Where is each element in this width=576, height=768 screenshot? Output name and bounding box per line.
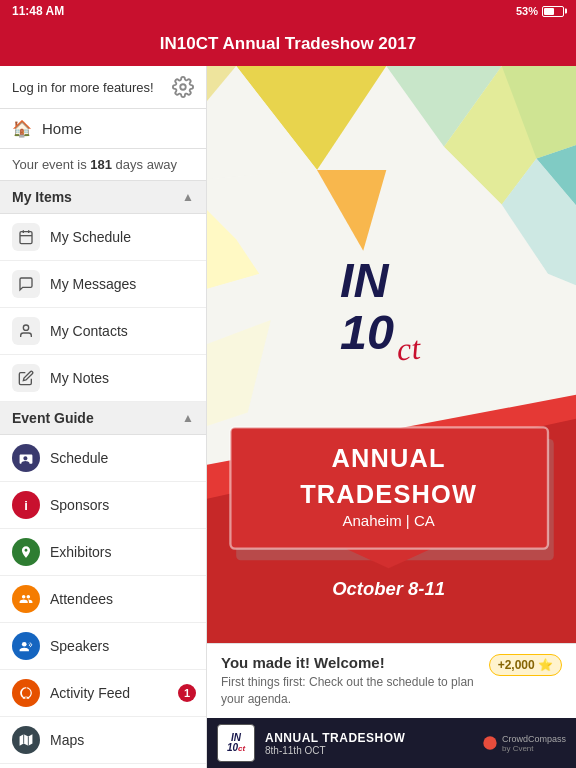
activity-feed-label: Activity Feed bbox=[50, 685, 130, 701]
sidebar-item-my-contacts[interactable]: My Contacts bbox=[0, 308, 206, 355]
status-time: 11:48 AM bbox=[12, 4, 64, 18]
hero-area: IN 10 ct ANNUAL TRADESHOW Anaheim | CA O… bbox=[207, 66, 576, 643]
login-prompt: Log in for more features! bbox=[12, 80, 154, 95]
svg-text:IN: IN bbox=[340, 253, 389, 307]
home-label: Home bbox=[42, 120, 82, 137]
in10-logo: IN 10ct bbox=[217, 724, 255, 762]
status-bar: 11:48 AM 53% bbox=[0, 0, 576, 22]
sponsors-icon: i bbox=[12, 491, 40, 519]
activity-feed-badge: 1 bbox=[178, 684, 196, 702]
sidebar-item-speakers[interactable]: Speakers bbox=[0, 623, 206, 670]
welcome-notification: You made it! Welcome! First things first… bbox=[207, 643, 576, 718]
my-items-header[interactable]: My Items ▲ bbox=[0, 181, 206, 214]
hero-background: IN 10 ct ANNUAL TRADESHOW Anaheim | CA O… bbox=[207, 66, 576, 643]
event-countdown: Your event is 181 days away bbox=[0, 149, 206, 181]
sidebar: Log in for more features! 🏠 Home Your ev… bbox=[0, 66, 207, 768]
star-icon: ⭐ bbox=[538, 658, 553, 672]
svg-point-36 bbox=[483, 736, 496, 749]
bottom-event-title: ANNUAL TRADESHOW bbox=[265, 731, 405, 745]
crowdcompass-logo: CrowdCompass by Cvent bbox=[482, 734, 566, 753]
speakers-label: Speakers bbox=[50, 638, 109, 654]
exhibitors-icon bbox=[12, 538, 40, 566]
my-notes-label: My Notes bbox=[50, 370, 109, 386]
content-area: IN 10 ct ANNUAL TRADESHOW Anaheim | CA O… bbox=[207, 66, 576, 768]
my-schedule-icon bbox=[12, 223, 40, 251]
svg-text:ct: ct bbox=[395, 329, 422, 367]
my-messages-label: My Messages bbox=[50, 276, 136, 292]
svg-text:October 8-11: October 8-11 bbox=[332, 578, 445, 599]
days-number: 181 bbox=[90, 157, 112, 172]
sidebar-item-sponsors[interactable]: i Sponsors bbox=[0, 482, 206, 529]
sidebar-item-schedule[interactable]: Schedule bbox=[0, 435, 206, 482]
my-schedule-label: My Schedule bbox=[50, 229, 131, 245]
settings-icon[interactable] bbox=[172, 76, 194, 98]
schedule-icon bbox=[12, 444, 40, 472]
app-title: IN10CT Annual Tradeshow 2017 bbox=[160, 34, 416, 54]
my-contacts-label: My Contacts bbox=[50, 323, 128, 339]
sidebar-item-exhibitors[interactable]: Exhibitors bbox=[0, 529, 206, 576]
my-items-chevron: ▲ bbox=[182, 190, 194, 204]
maps-icon bbox=[12, 726, 40, 754]
bottom-event-info: ANNUAL TRADESHOW 8th-11th OCT bbox=[265, 731, 405, 756]
login-bar[interactable]: Log in for more features! bbox=[0, 66, 206, 109]
speakers-icon bbox=[12, 632, 40, 660]
sidebar-item-social-media[interactable]: Social Media bbox=[0, 764, 206, 768]
sidebar-item-home[interactable]: 🏠 Home bbox=[0, 109, 206, 149]
my-contacts-icon bbox=[12, 317, 40, 345]
svg-text:10: 10 bbox=[340, 305, 394, 359]
svg-point-5 bbox=[23, 325, 28, 330]
event-guide-chevron: ▲ bbox=[182, 411, 194, 425]
status-right: 53% bbox=[516, 5, 564, 17]
crowdcompass-name: CrowdCompass bbox=[502, 734, 566, 744]
svg-text:TRADESHOW: TRADESHOW bbox=[300, 480, 477, 508]
svg-text:Anaheim | CA: Anaheim | CA bbox=[342, 512, 434, 529]
svg-rect-1 bbox=[20, 232, 32, 244]
my-items-title: My Items bbox=[12, 189, 72, 205]
crowdcompass-icon bbox=[482, 735, 498, 751]
welcome-title: You made it! Welcome! bbox=[221, 654, 481, 671]
sidebar-item-maps[interactable]: Maps bbox=[0, 717, 206, 764]
svg-marker-7 bbox=[20, 734, 33, 746]
my-messages-icon bbox=[12, 270, 40, 298]
battery-percentage: 53% bbox=[516, 5, 538, 17]
attendees-icon bbox=[12, 585, 40, 613]
attendees-label: Attendees bbox=[50, 591, 113, 607]
event-guide-header[interactable]: Event Guide ▲ bbox=[0, 402, 206, 435]
bottom-bar: IN 10ct ANNUAL TRADESHOW 8th-11th OCT Cr… bbox=[207, 718, 576, 768]
sponsors-label: Sponsors bbox=[50, 497, 109, 513]
sidebar-item-attendees[interactable]: Attendees bbox=[0, 576, 206, 623]
welcome-text-area: You made it! Welcome! First things first… bbox=[221, 654, 481, 708]
schedule-label: Schedule bbox=[50, 450, 108, 466]
my-notes-icon bbox=[12, 364, 40, 392]
sidebar-item-activity-feed[interactable]: Activity Feed 1 bbox=[0, 670, 206, 717]
event-guide-title: Event Guide bbox=[12, 410, 94, 426]
maps-label: Maps bbox=[50, 732, 84, 748]
activity-feed-icon bbox=[12, 679, 40, 707]
sidebar-item-my-messages[interactable]: My Messages bbox=[0, 261, 206, 308]
exhibitors-label: Exhibitors bbox=[50, 544, 111, 560]
main-layout: Log in for more features! 🏠 Home Your ev… bbox=[0, 66, 576, 768]
svg-point-0 bbox=[180, 84, 186, 90]
sidebar-item-my-schedule[interactable]: My Schedule bbox=[0, 214, 206, 261]
svg-text:ANNUAL: ANNUAL bbox=[332, 444, 446, 472]
points-badge: +2,000 ⭐ bbox=[489, 654, 562, 676]
app-header: IN10CT Annual Tradeshow 2017 bbox=[0, 22, 576, 66]
svg-point-6 bbox=[22, 642, 27, 647]
bottom-event-dates: 8th-11th OCT bbox=[265, 745, 405, 756]
home-icon: 🏠 bbox=[12, 119, 32, 138]
welcome-body: First things first: Check out the schedu… bbox=[221, 674, 481, 708]
sidebar-item-my-notes[interactable]: My Notes bbox=[0, 355, 206, 402]
crowdcompass-by: by Cvent bbox=[502, 744, 566, 753]
battery-icon bbox=[542, 6, 564, 17]
